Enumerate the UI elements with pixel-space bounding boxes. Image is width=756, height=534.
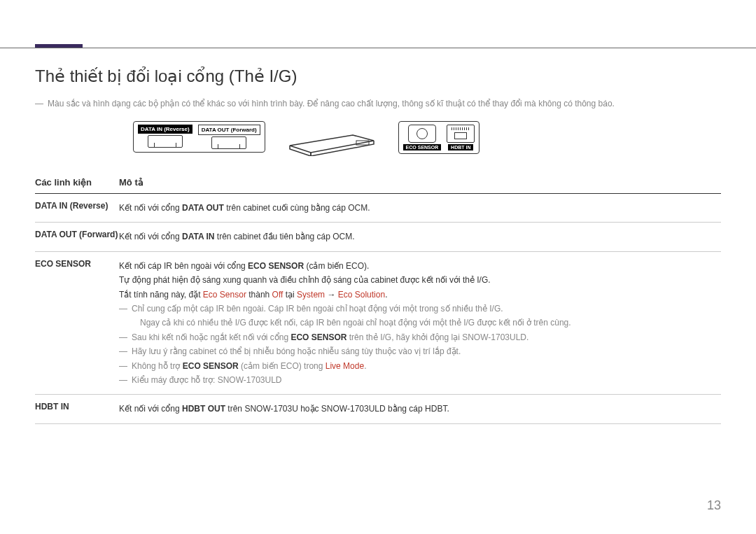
row-component: DATA OUT (Forward) (35, 230, 119, 244)
page-number: 13 (707, 498, 721, 513)
eco-sensor-port-icon (408, 125, 436, 143)
section-title: Thẻ thiết bị đổi loại cổng (Thẻ I/G) (35, 66, 721, 86)
ports-diagram-1: DATA IN (Reverse) DATA OUT (Forward) (133, 121, 265, 156)
row-description: Kết nối với cổng DATA IN trên cabinet đầ… (119, 230, 721, 244)
main-content: Thẻ thiết bị đổi loại cổng (Thẻ I/G) Màu… (35, 0, 721, 424)
th-component: Các linh kiện (35, 177, 119, 188)
data-in-port-icon (148, 135, 183, 148)
row-description: Kết nối cáp IR bên ngoài với cổng ECO SE… (119, 259, 721, 388)
table-row: DATA OUT (Forward) Kết nối với cổng DATA… (35, 223, 721, 251)
top-note: Màu sắc và hình dạng các bộ phận có thể … (35, 99, 721, 108)
row-description: Kết nối với cổng DATA OUT trên cabinet c… (119, 201, 721, 215)
th-description: Mô tả (119, 177, 144, 188)
components-table: Các linh kiện Mô tả DATA IN (Reverse) Kế… (35, 177, 721, 424)
ports-diagram-2: ECO SENSOR HDBT IN (398, 121, 480, 156)
table-row: HDBT IN Kết nối với cổng HDBT OUT trên S… (35, 395, 721, 423)
row-description: Kết nối với cổng HDBT OUT trên SNOW-1703… (119, 402, 721, 416)
row-component: DATA IN (Reverse) (35, 201, 119, 215)
eco-sensor-label: ECO SENSOR (403, 144, 442, 150)
table-row: ECO SENSOR Kết nối cáp IR bên ngoài với … (35, 252, 721, 395)
data-out-label: DATA OUT (Forward) (198, 125, 260, 135)
hdbt-port-icon (447, 125, 475, 143)
row-component: ECO SENSOR (35, 259, 119, 388)
data-in-label: DATA IN (Reverse) (138, 125, 192, 134)
table-row: DATA IN (Reverse) Kết nối với cổng DATA … (35, 194, 721, 223)
top-divider (0, 48, 756, 48)
table-header: Các linh kiện Mô tả (35, 177, 721, 194)
data-out-port-icon (211, 136, 246, 149)
diagram-row: DATA IN (Reverse) DATA OUT (Forward) (35, 121, 721, 156)
card-3d-diagram (286, 121, 377, 156)
hdbt-in-label: HDBT IN (448, 144, 473, 150)
row-component: HDBT IN (35, 402, 119, 416)
